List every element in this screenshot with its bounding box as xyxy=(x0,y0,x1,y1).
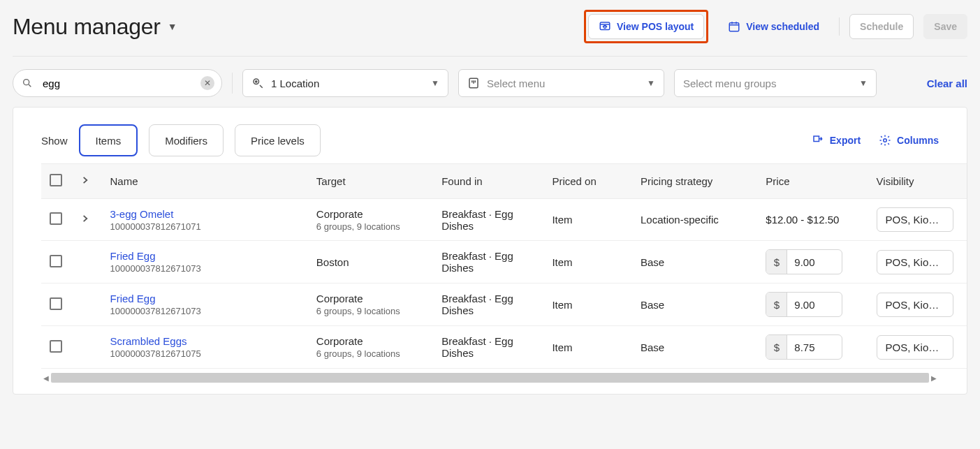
select-all-checkbox[interactable] xyxy=(50,174,62,186)
page-title: Menu manager xyxy=(13,14,161,40)
select-menu-groups-dropdown[interactable]: Select menu groups ▼ xyxy=(674,69,877,97)
view-pos-layout-label: View POS layout xyxy=(617,21,694,32)
found-in-value: Breakfast · Egg Dishes xyxy=(433,199,543,241)
col-target: Target xyxy=(308,164,433,199)
caret-down-icon: ▼ xyxy=(431,78,439,88)
price-value: 8.75 xyxy=(787,335,821,359)
expand-row-toggle[interactable] xyxy=(80,214,90,223)
view-scheduled-button[interactable]: View scheduled xyxy=(718,14,829,39)
tab-modifiers[interactable]: Modifiers xyxy=(149,124,224,156)
tab-items[interactable]: Items xyxy=(79,124,138,156)
svg-point-7 xyxy=(884,139,887,142)
visibility-selector[interactable]: POS, Kiosk, T xyxy=(877,250,953,274)
highlight-frame: View POS layout xyxy=(584,10,708,43)
priced-on-value: Item xyxy=(543,199,632,241)
scroll-track[interactable] xyxy=(51,373,929,383)
caret-down-icon: ▼ xyxy=(859,78,868,88)
pricing-strategy-value: Base xyxy=(632,241,757,284)
target-value: Corporate xyxy=(316,335,425,347)
horizontal-scrollbar[interactable]: ◀ ▶ xyxy=(41,373,939,383)
price-value: 9.00 xyxy=(787,293,821,316)
scroll-left-icon[interactable]: ◀ xyxy=(41,373,51,383)
price-value: 9.00 xyxy=(787,250,821,274)
svg-point-3 xyxy=(24,80,29,85)
location-pin-icon xyxy=(251,77,264,89)
item-name-link[interactable]: Fried Egg xyxy=(110,250,299,262)
price-input[interactable]: $8.75 xyxy=(766,334,842,360)
item-id: 100000037812671071 xyxy=(110,221,299,232)
pricing-strategy-value: Base xyxy=(632,326,757,369)
row-checkbox[interactable] xyxy=(50,297,62,310)
svg-rect-2 xyxy=(730,23,740,31)
table-row: Fried Egg100000037812671073BostonBreakfa… xyxy=(41,241,967,284)
target-value: Boston xyxy=(316,256,425,268)
col-pricing-strategy: Pricing strategy xyxy=(632,164,757,199)
clear-all-link[interactable]: Clear all xyxy=(917,78,967,89)
item-name-link[interactable]: Scrambled Eggs xyxy=(110,335,299,347)
table-row: Fried Egg100000037812671073Corporate6 gr… xyxy=(41,284,967,326)
tab-price-levels[interactable]: Price levels xyxy=(235,124,321,156)
search-input-wrap: ✕ xyxy=(13,69,222,97)
item-name-link[interactable]: 3-egg Omelet xyxy=(110,208,299,220)
location-dropdown[interactable]: 1 Location ▼ xyxy=(242,69,448,97)
price-input[interactable]: $9.00 xyxy=(766,292,842,317)
pricing-strategy-value: Location-specific xyxy=(632,199,757,241)
separator xyxy=(232,73,233,94)
row-checkbox[interactable] xyxy=(50,212,62,225)
currency-prefix: $ xyxy=(766,335,787,359)
clear-search-icon[interactable]: ✕ xyxy=(200,76,214,90)
view-pos-layout-button[interactable]: View POS layout xyxy=(588,14,704,39)
schedule-button[interactable]: Schedule xyxy=(849,14,914,39)
col-price: Price xyxy=(757,164,868,199)
target-subtext: 6 groups, 9 locations xyxy=(316,221,425,232)
col-priced-on: Priced on xyxy=(543,164,632,199)
visibility-selector[interactable]: POS, Kiosk, T xyxy=(877,293,953,317)
caret-down-icon: ▼ xyxy=(647,78,655,88)
item-id: 100000037812671073 xyxy=(110,306,299,316)
search-input[interactable] xyxy=(41,77,193,90)
currency-prefix: $ xyxy=(766,293,787,316)
search-icon xyxy=(22,78,33,89)
found-in-value: Breakfast · Egg Dishes xyxy=(433,326,543,369)
select-menu-groups-placeholder: Select menu groups xyxy=(683,78,776,89)
priced-on-value: Item xyxy=(543,284,632,326)
table-row: 3-egg Omelet100000037812671071Corporate6… xyxy=(41,199,967,241)
table-row: Scrambled Eggs100000037812671075Corporat… xyxy=(41,326,967,369)
calendar-icon xyxy=(728,20,740,33)
columns-label: Columns xyxy=(897,135,939,146)
found-in-value: Breakfast · Egg Dishes xyxy=(433,284,543,326)
select-menu-placeholder: Select menu xyxy=(487,78,545,89)
scroll-right-icon[interactable]: ▶ xyxy=(929,373,939,383)
save-button[interactable]: Save xyxy=(923,14,967,39)
target-subtext: 6 groups, 9 locations xyxy=(316,306,425,316)
target-value: Corporate xyxy=(316,293,425,304)
item-name-link[interactable]: Fried Egg xyxy=(110,293,299,304)
priced-on-value: Item xyxy=(543,326,632,369)
schedule-label: Schedule xyxy=(860,21,903,32)
col-name: Name xyxy=(101,164,307,199)
found-in-value: Breakfast · Egg Dishes xyxy=(433,241,543,284)
separator xyxy=(839,17,840,36)
columns-button[interactable]: Columns xyxy=(879,134,939,147)
pricing-strategy-value: Base xyxy=(632,284,757,326)
price-input[interactable]: $9.00 xyxy=(766,249,842,274)
col-visibility: Visibility xyxy=(868,164,967,199)
currency-prefix: $ xyxy=(766,250,787,274)
view-scheduled-label: View scheduled xyxy=(746,21,819,32)
pos-layout-icon xyxy=(599,20,611,33)
item-id: 100000037812671073 xyxy=(110,263,299,274)
visibility-selector[interactable]: POS, Kiosk, T xyxy=(877,207,953,232)
export-button[interactable]: Export xyxy=(812,134,861,147)
price-range: $12.00 - $12.50 xyxy=(766,214,839,226)
export-label: Export xyxy=(830,135,861,146)
expand-all-toggle[interactable] xyxy=(80,175,90,185)
save-label: Save xyxy=(934,21,957,32)
item-id: 100000037812671075 xyxy=(110,348,299,359)
target-subtext: 6 groups, 9 locations xyxy=(316,348,425,359)
page-title-dropdown[interactable]: Menu manager ▼ xyxy=(13,14,177,40)
row-checkbox[interactable] xyxy=(50,255,62,267)
caret-down-icon: ▼ xyxy=(168,21,177,32)
select-menu-dropdown[interactable]: Select menu ▼ xyxy=(458,69,664,97)
row-checkbox[interactable] xyxy=(50,340,62,353)
visibility-selector[interactable]: POS, Kiosk, T xyxy=(877,335,953,360)
